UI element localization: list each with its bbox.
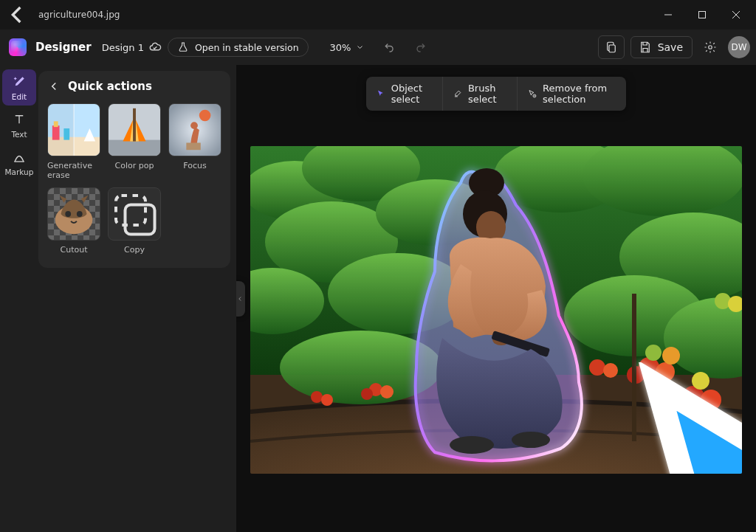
minimize-icon — [664, 10, 673, 19]
undo-button[interactable] — [377, 35, 401, 59]
tile-label: Color pop — [115, 161, 154, 170]
tile-label: Generative erase — [47, 161, 100, 180]
svg-rect-1 — [609, 45, 615, 52]
canvas-image[interactable] — [250, 146, 742, 474]
window-filename: agriculture004.jpg — [38, 10, 120, 20]
cloud-sync-icon — [148, 41, 162, 54]
window-maximize-button[interactable] — [685, 0, 719, 30]
remove-from-selection-button[interactable]: Remove from selection — [518, 77, 626, 111]
save-icon — [639, 41, 652, 54]
object-select-label: Object select — [391, 83, 432, 105]
tile-color-pop[interactable]: Color pop — [108, 103, 161, 180]
svg-rect-0 — [699, 12, 706, 18]
rail-item-label: Text — [11, 130, 27, 139]
svg-point-14 — [199, 110, 211, 122]
redo-icon — [413, 41, 427, 54]
app-bar: Designer Design 1 Open in stable version… — [0, 30, 756, 65]
open-stable-label: Open in stable version — [195, 42, 299, 53]
svg-rect-21 — [126, 205, 155, 235]
save-button[interactable]: Save — [630, 36, 693, 58]
svg-point-15 — [190, 122, 198, 129]
redo-button[interactable] — [408, 35, 432, 59]
chevron-left-icon — [236, 295, 244, 303]
svg-rect-9 — [48, 104, 74, 156]
chevron-left-icon — [47, 80, 61, 93]
svg-point-50 — [311, 391, 323, 403]
svg-point-40 — [645, 345, 662, 361]
arrow-left-icon — [3, 0, 32, 30]
save-label: Save — [658, 41, 683, 53]
rail-item-text[interactable]: Text — [2, 107, 36, 143]
beaker-icon — [177, 41, 189, 53]
tile-thumb — [168, 103, 221, 156]
svg-rect-11 — [109, 140, 160, 156]
copy-button[interactable] — [598, 35, 625, 59]
svg-point-54 — [361, 388, 373, 400]
svg-point-51 — [321, 394, 333, 406]
app-logo-icon — [9, 38, 27, 56]
rail-item-edit[interactable]: Edit — [2, 69, 36, 106]
tile-label: Copy — [124, 245, 145, 255]
svg-rect-12 — [133, 108, 136, 142]
gear-icon — [704, 41, 717, 54]
tile-cutout[interactable]: Cutout — [47, 187, 100, 255]
brush-select-label: Brush select — [468, 83, 506, 105]
open-stable-button[interactable]: Open in stable version — [168, 38, 309, 57]
window-titlebar: agriculture004.jpg — [0, 0, 756, 30]
chevron-down-icon — [355, 43, 364, 52]
app-brand: Designer — [35, 41, 92, 54]
tile-thumb — [108, 103, 161, 156]
tile-generative-erase[interactable]: Generative erase — [47, 103, 100, 180]
design-name-label: Design 1 — [102, 42, 144, 53]
canvas-area[interactable]: Object select Brush select Remove from s… — [236, 65, 756, 532]
svg-point-19 — [77, 211, 83, 217]
tile-copy[interactable]: Copy — [108, 187, 161, 255]
tile-label: Cutout — [61, 245, 88, 255]
tile-focus[interactable]: Focus — [168, 103, 221, 180]
maximize-icon — [698, 10, 707, 19]
copy-icon — [605, 41, 618, 54]
text-icon — [11, 111, 27, 128]
remove-selection-icon — [528, 87, 537, 100]
rail-item-label: Edit — [12, 92, 27, 101]
left-rail: Edit Text Markup — [0, 65, 38, 532]
svg-point-18 — [65, 211, 71, 217]
panel-back-button[interactable] — [47, 80, 61, 93]
tile-thumb — [47, 187, 100, 241]
zoom-value: 30% — [330, 42, 351, 53]
rail-item-label: Markup — [5, 167, 34, 176]
sparkle-edit-icon — [11, 74, 27, 90]
object-select-button[interactable]: Object select — [366, 77, 443, 111]
cursor-icon — [377, 87, 385, 100]
remove-selection-label: Remove from selection — [543, 83, 616, 105]
brush-icon — [453, 87, 462, 100]
svg-point-2 — [709, 46, 712, 49]
quick-actions-panel: Quick actions — [38, 65, 236, 532]
svg-rect-16 — [186, 143, 200, 151]
markup-icon — [11, 149, 27, 165]
canvas-cursor-icon — [529, 362, 742, 474]
back-button[interactable] — [3, 0, 32, 30]
panel-collapse-handle[interactable] — [236, 281, 245, 317]
window-close-button[interactable] — [719, 0, 753, 30]
copy-icon — [109, 188, 160, 240]
tile-thumb — [108, 187, 161, 241]
avatar-initials: DW — [731, 42, 746, 52]
settings-button[interactable] — [698, 35, 722, 59]
panel-title: Quick actions — [68, 80, 152, 93]
svg-point-62 — [450, 436, 494, 454]
brush-select-button[interactable]: Brush select — [443, 77, 518, 111]
tile-thumb — [47, 103, 100, 156]
zoom-dropdown[interactable]: 30% — [324, 39, 371, 56]
undo-icon — [382, 41, 396, 54]
svg-rect-20 — [116, 196, 145, 225]
window-minimize-button[interactable] — [651, 0, 685, 30]
svg-point-53 — [380, 385, 394, 398]
design-name[interactable]: Design 1 — [102, 41, 162, 54]
selection-toolbar: Object select Brush select Remove from s… — [366, 77, 626, 111]
rail-item-markup[interactable]: Markup — [2, 145, 36, 181]
user-avatar[interactable]: DW — [728, 36, 750, 58]
tile-label: Focus — [183, 161, 206, 170]
close-icon — [732, 10, 740, 19]
